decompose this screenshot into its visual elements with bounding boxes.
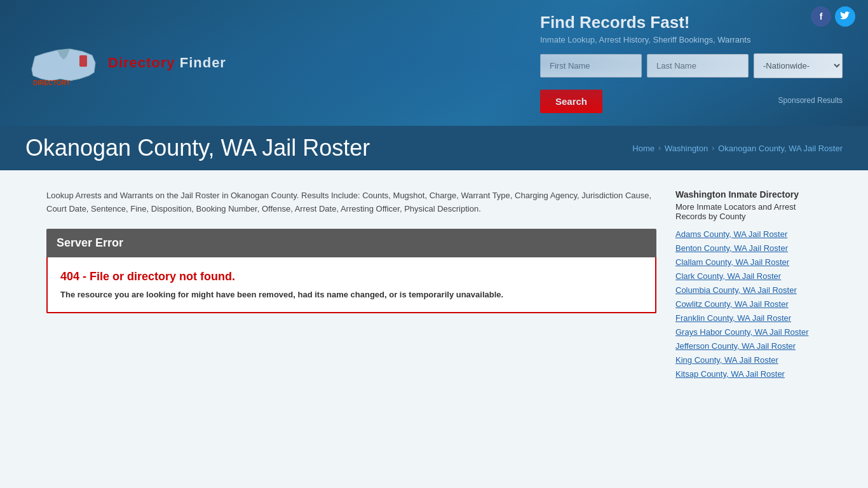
search-area: Find Records Fast! Inmate Lookup, Arrest… — [540, 13, 843, 113]
content-area: Lookup Arrests and Warrants on the Jail … — [21, 170, 847, 402]
breadcrumb-washington[interactable]: Washington — [665, 144, 708, 153]
sidebar-county-link[interactable]: Columbia County, WA Jail Roster — [675, 285, 797, 295]
main-wrapper: Lookup Arrests and Warrants on the Jail … — [0, 170, 868, 488]
sidebar-county-link[interactable]: Benton County, WA Jail Roster — [675, 243, 788, 253]
description: Lookup Arrests and Warrants on the Jail … — [46, 189, 656, 216]
sidebar-county-link[interactable]: Grays Habor County, WA Jail Roster — [675, 327, 809, 337]
logo-map: DIRECTORY — [25, 37, 102, 88]
sidebar-county-link[interactable]: Franklin County, WA Jail Roster — [675, 313, 791, 323]
error-container: Server Error 404 - File or directory not… — [46, 229, 656, 313]
list-item: Jefferson County, WA Jail Roster — [675, 341, 822, 351]
list-item: King County, WA Jail Roster — [675, 355, 822, 365]
sidebar-county-link[interactable]: Adams County, WA Jail Roster — [675, 229, 787, 239]
breadcrumb-sep-2: › — [712, 144, 714, 152]
sidebar-subtitle: More Inmate Locators and Arrest Records … — [675, 202, 822, 221]
page-title: Okanogan County, WA Jail Roster — [25, 135, 370, 161]
logo-area: DIRECTORY Directory Finder — [25, 37, 226, 88]
first-name-input[interactable] — [540, 54, 642, 78]
svg-rect-0 — [79, 55, 87, 67]
facebook-button[interactable]: f — [811, 6, 831, 27]
nationwide-select[interactable]: -Nationwide- — [754, 53, 843, 78]
social-bar: f — [811, 6, 855, 27]
breadcrumb-current: Okanogan County, WA Jail Roster — [718, 144, 843, 153]
logo-find: Finder — [175, 55, 226, 71]
breadcrumb-sep-1: › — [658, 144, 661, 152]
error-message: The resource you are looking for might h… — [60, 290, 642, 299]
sidebar-title: Washington Inmate Directory — [675, 189, 822, 200]
search-button[interactable]: Search — [540, 90, 602, 113]
list-item: Clallam County, WA Jail Roster — [675, 257, 822, 267]
error-404: 404 - File or directory not found. — [60, 270, 642, 283]
header: DIRECTORY Directory Finder Find Records … — [0, 0, 868, 126]
logo-dir: Directory — [108, 55, 175, 71]
list-item: Columbia County, WA Jail Roster — [675, 285, 822, 295]
sidebar-county-link[interactable]: Cowlitz County, WA Jail Roster — [675, 299, 789, 309]
sidebar-county-link[interactable]: King County, WA Jail Roster — [675, 355, 778, 365]
sponsored-label: Sponsored Results — [778, 96, 843, 105]
list-item: Clark County, WA Jail Roster — [675, 271, 822, 281]
svg-text:DIRECTORY: DIRECTORY — [33, 79, 71, 86]
breadcrumb-home[interactable]: Home — [632, 144, 654, 153]
list-item: Grays Habor County, WA Jail Roster — [675, 327, 822, 337]
search-subtitle: Inmate Lookup, Arrest History, Sheriff B… — [540, 35, 843, 44]
logo-text: Directory Finder — [108, 55, 226, 71]
sidebar-links: Adams County, WA Jail RosterBenton Count… — [675, 229, 822, 379]
twitter-button[interactable] — [835, 6, 855, 27]
sidebar-county-link[interactable]: Clallam County, WA Jail Roster — [675, 257, 789, 267]
list-item: Adams County, WA Jail Roster — [675, 229, 822, 239]
breadcrumb: Home › Washington › Okanogan County, WA … — [632, 144, 843, 153]
sidebar-county-link[interactable]: Clark County, WA Jail Roster — [675, 271, 781, 281]
list-item: Franklin County, WA Jail Roster — [675, 313, 822, 323]
error-header: Server Error — [46, 229, 656, 257]
left-content: Lookup Arrests and Warrants on the Jail … — [46, 189, 656, 383]
sidebar-county-link[interactable]: Jefferson County, WA Jail Roster — [675, 341, 796, 351]
breadcrumb-bar: Okanogan County, WA Jail Roster Home › W… — [0, 126, 868, 170]
right-sidebar: Washington Inmate Directory More Inmate … — [675, 189, 822, 383]
search-title: Find Records Fast! — [540, 13, 843, 32]
list-item: Cowlitz County, WA Jail Roster — [675, 299, 822, 309]
last-name-input[interactable] — [647, 54, 749, 78]
error-body: 404 - File or directory not found. The r… — [46, 257, 656, 313]
list-item: Kitsap County, WA Jail Roster — [675, 369, 822, 379]
list-item: Benton County, WA Jail Roster — [675, 243, 822, 253]
search-row: -Nationwide- — [540, 53, 843, 78]
sidebar-county-link[interactable]: Kitsap County, WA Jail Roster — [675, 369, 785, 379]
